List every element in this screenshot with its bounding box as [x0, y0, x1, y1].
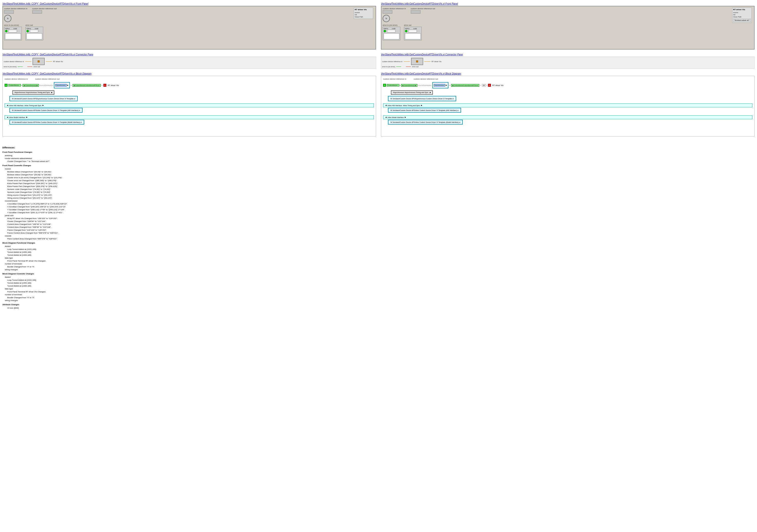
right-bd-async-box: Asynchronous — [434, 84, 445, 86]
right-bd-wire-2 — [449, 85, 450, 85]
right-conn-error-out: error out — [412, 66, 418, 68]
right-conn-error-in: error in (no error) — [382, 66, 395, 68]
right-bd-inline-model-arrow: ▶ — [405, 116, 406, 118]
right-error-out-box: error out status code — [404, 24, 422, 40]
right-bd-async-vi-label: NI Verstand/Custom Device API/Asynchrono… — [390, 98, 454, 100]
right-output-box — [411, 10, 420, 14]
right-conn-input-label: custom device reference in — [382, 61, 403, 62]
diff-title: Differences: — [2, 146, 755, 149]
left-error-out-values — [26, 30, 42, 32]
right-bd-async-vi-box: NI Verstand/Custom Device API/Asynchrono… — [388, 96, 456, 101]
diff-attr-1: VI Icon (B/W) — [7, 307, 755, 310]
left-bd-err-out-terminal: N — [104, 84, 106, 87]
left-bd-title[interactable]: VeriStandTestUtilities.lvlib: COPY_GetCu… — [2, 72, 376, 75]
right-bd-title[interactable]: VeriStandTestUtilities.lvlib:GetCustomDe… — [381, 72, 755, 75]
diff-fp-func-item1: Cluster Changed from "" to "Terminal sub… — [7, 160, 755, 163]
left-fp-loop-inner: ↻ — [7, 17, 9, 20]
right-conn-error-row: error in (no error) error out — [382, 66, 753, 68]
right-column: VeriStandTestUtilities.lvlib:GetCustomDe… — [381, 2, 755, 137]
diff-bd-cos-dtype: data type — [5, 288, 755, 290]
diff-fp-functional-title: Front Panel Functional Changes — [2, 151, 755, 154]
left-bd-header: custom device reference in custom device… — [5, 78, 374, 80]
left-bd-hw-vi-box: NI Verstand/Custom Device API/Inline Cus… — [10, 108, 82, 113]
left-bd-async-timing-label: 'Asynchronous' Asynchronous Timing and S… — [14, 92, 50, 93]
diff-fp-cos-13: Y Scrollbar Changed from "{338,110} 17*9… — [7, 208, 755, 211]
right-bd-inline-model-title: Inline Model Interface — [387, 116, 404, 118]
diff-bd-cos-wiring: wiring changes — [5, 299, 755, 302]
left-conn-node — [38, 60, 40, 62]
left-bd-async-inner: Asynchronous ▶ — [55, 84, 69, 86]
left-bd-main-row: N CustomDevice... ◀ CustomDevice(s) ▶ So… — [5, 81, 374, 89]
right-fp-header: custom device reference in custom device… — [383, 8, 753, 14]
right-error-out-source — [405, 33, 421, 39]
left-bd-err-in-terminal: N — [5, 84, 8, 87]
right-bd-async-timing-row: 'Asynchronous' Asynchronous Timing and S… — [390, 90, 752, 95]
right-out-status-led — [405, 30, 408, 32]
left-status-label: status — [5, 28, 13, 29]
left-bd-src-dist-label: SourceDistribution — [39, 84, 53, 86]
left-bd-async-vi-label: NI Verstand/Custom Device API/Asynchrono… — [12, 98, 75, 100]
left-fp-output-terminal: custom device reference out — [32, 8, 57, 14]
left-connector-section: VeriStandTestUtilities.lvlib: COPY_GetCu… — [2, 53, 376, 69]
left-bd-output-label: custom device reference out — [35, 78, 60, 80]
diff-fp-cos-12: X Scrollbar Changed from "{245,187} 108*… — [7, 205, 755, 208]
right-bd-async-timing-arrow: ▶ — [430, 92, 431, 93]
left-front-panel-section: VeriStandTestUtilities.lvlib: COPY_GetCu… — [2, 2, 376, 49]
diff-fp-cos-14: Y Scrollbar Changed from "{526,-2} 17*37… — [7, 211, 755, 214]
right-fp-title[interactable]: VeriStandTestUtilities.lvlib:GetCustomDe… — [381, 2, 755, 5]
diff-bd-cos-2: Tunnel Added at {1000,180} — [7, 282, 755, 285]
right-error-out-cluster: status code — [404, 27, 422, 40]
left-status-led — [5, 30, 8, 32]
left-conn-title[interactable]: VeriStandTestUtilities.lvlib: COPY_GetCu… — [2, 53, 376, 56]
left-error-in-box: error in (no error) status code — [4, 24, 22, 40]
right-bd-model-vi-box: NI Verstand/Custom Device API/Inline Cus… — [388, 120, 463, 125]
left-rt-init: init — [355, 14, 372, 16]
right-bd-output-label: custom device reference out — [414, 78, 438, 80]
right-conn-output-wire — [424, 61, 431, 62]
diff-fp-cos-20: Frame Content Area Changed from "696*378… — [7, 232, 755, 235]
left-column: VeriStandTestUtilities.lvlib: COPY_GetCu… — [2, 2, 376, 137]
right-fp-output-terminal: custom device reference out — [411, 8, 435, 14]
diff-fp-cos-3: Cluster error in (no error) Changed from… — [7, 176, 755, 179]
right-error-in-label: error in (no error) — [383, 24, 400, 26]
right-front-panel-section: VeriStandTestUtilities.lvlib:GetCustomDe… — [381, 2, 755, 49]
diff-fp-cos-moved-resized: moved/resized — [5, 200, 755, 203]
diff-fp-cos-19: Frame Changed from "116*103" to "129*152… — [7, 229, 755, 232]
diff-fp-cos-10: String source Changed from "{29,137}" to… — [7, 197, 755, 200]
right-fp-loop-row: ↻ — [383, 15, 753, 22]
left-fp-title[interactable]: VeriStandTestUtilities.lvlib: COPY_GetCu… — [2, 2, 376, 5]
left-out-code-label: code — [35, 28, 42, 29]
diff-bd-func-added: Added — [5, 245, 755, 248]
diff-bd-func-num-terminals: number of terminals — [5, 263, 755, 266]
right-rt-init: init — [733, 14, 751, 16]
left-bd-wire-1 — [21, 85, 22, 85]
left-error-out-status-row: status code — [26, 28, 42, 29]
left-bd-model-vi-label: NI Verstand/Custom Device API/Inline Cus… — [12, 121, 82, 123]
left-bd-inline-hw-label: ◀ — [7, 105, 8, 106]
diff-bd-cos-added: Added — [5, 276, 755, 279]
right-bd-err-in-terminal: N — [383, 84, 386, 87]
left-bd-node-2: ◀ CustomDevice(s) ▶ — [22, 84, 39, 87]
right-status-label: status — [383, 28, 391, 29]
left-input-label: custom device reference in — [4, 8, 27, 10]
right-bd-rt-label: RT driver Vis — [492, 84, 503, 86]
left-bd-inline-model-box: ◀ Inline Model Interface ▶ — [5, 115, 374, 119]
diff-bd-func-dtype: data type — [5, 257, 755, 260]
left-bd-model-vi-box: NI Verstand/Custom Device API/Inline Cus… — [10, 120, 84, 125]
right-error-out-values — [405, 30, 421, 32]
right-rt-close: Close Path — [733, 16, 751, 18]
diff-bd-func-3: Tunnel Added at {1000,180} — [7, 254, 755, 257]
right-conn-input-wire — [404, 61, 410, 62]
right-bd-input-label: custom device reference in — [383, 78, 407, 80]
left-output-box — [32, 10, 42, 14]
right-bd-src-dist-label: SourceDistribution — [418, 84, 432, 86]
diff-bd-cos-num-terminals: number of terminals — [5, 293, 755, 296]
left-bd-inline-model-label: ◀ — [7, 116, 8, 118]
right-out-code-field — [409, 30, 417, 32]
right-bd-async-frame: Asynchronous ▶ — [432, 82, 448, 88]
diff-bd-func-4: Front Panel Terminal RT driver VIs Chang… — [7, 260, 755, 263]
left-out-status-led — [26, 30, 29, 32]
right-conn-title[interactable]: VeriStandTestUtilities.lvlib:GetCustomDe… — [381, 53, 755, 56]
left-rt-close: Close Path — [355, 16, 372, 18]
right-bd-wire-3 — [480, 85, 481, 85]
